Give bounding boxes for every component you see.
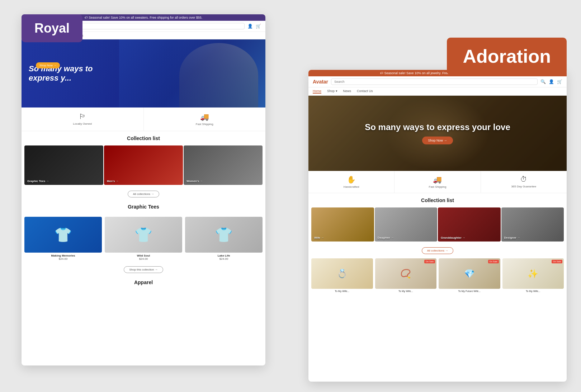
collection-item-graphic-tees[interactable]: Graphic Tees →	[24, 145, 103, 185]
tshirt-icon: 👕	[134, 226, 152, 243]
adoration-product-future-wife: On Sale 💎 To My Future Wife...	[439, 258, 500, 292]
royal-feature-locally-owned: 🏳 Locally Owned	[22, 107, 144, 131]
product-name: Lake Life	[185, 254, 263, 257]
adoration-products-grid: 💍 To My Wife... On Sale 📿 To My Wife... …	[308, 256, 567, 295]
jewelry-icon: 📿	[400, 269, 411, 279]
clock-icon: ⏱	[485, 175, 562, 183]
jewelry-icon: ✨	[528, 269, 538, 279]
product-name: To My Future Wife...	[439, 290, 500, 292]
cart-icon[interactable]: 🛒	[256, 24, 261, 29]
feature-label: Handcrafted	[313, 185, 390, 188]
royal-shop-collection: Shop this collection →	[22, 263, 265, 275]
collection-label: Wife →	[314, 236, 324, 239]
product-name: To My Wife...	[311, 290, 373, 292]
royal-feature-fast-shipping: 🚚 Fast Shipping	[144, 107, 266, 131]
collection-item-granddaughter[interactable]: Granddaughter →	[438, 207, 501, 242]
all-collections-button[interactable]: All collections →	[128, 191, 160, 197]
collection-item-mens[interactable]: Men's →	[104, 145, 183, 185]
adoration-product-wife-2: On Sale 📿 To My Wife...	[375, 258, 437, 292]
adoration-product-wife-3: On Sale ✨ To My Wife...	[502, 258, 564, 292]
collection-label: Men's →	[107, 180, 119, 183]
on-sale-badge: On Sale	[424, 260, 435, 263]
feature-label: Fast Shipping	[149, 123, 261, 126]
product-price: $24.00	[185, 257, 263, 260]
adoration-feature-guarantee: ⏱ 365 Day Guarantee	[481, 171, 567, 193]
royal-label-badge: Royal	[22, 14, 82, 42]
adoration-search-input[interactable]	[331, 78, 538, 85]
collection-label: Women's →	[186, 180, 203, 183]
adoration-card: 🏷 Seasonal sale! Save 10% on all jewelry…	[308, 70, 567, 382]
hand-icon: ✋	[313, 175, 390, 184]
nav-contact[interactable]: Contact Us	[357, 89, 373, 94]
product-image: 👕	[105, 217, 182, 253]
royal-products-grid: 👕 Making Memories $24.00 👕 Wild Soul $24…	[22, 214, 265, 263]
royal-shop-now-button[interactable]: Shop Now →	[36, 62, 60, 68]
product-card-making-memories: 👕 Making Memories $24.00	[24, 217, 102, 260]
on-sale-badge: On Sale	[552, 260, 562, 263]
royal-apparel-section: Apparel	[22, 275, 265, 290]
adoration-hero-text: So many ways to express your love	[365, 122, 510, 132]
adoration-nav: Home Shop ▾ News Contact Us	[308, 87, 567, 96]
royal-card: 🏷 Seasonal sale! Save 10% on all sweater…	[22, 14, 265, 365]
user-icon[interactable]: 👤	[549, 79, 554, 84]
collection-label: Designer →	[504, 236, 520, 239]
collection-item-daughter[interactable]: Daughter →	[375, 207, 438, 242]
jewelry-icon: 💎	[464, 269, 475, 279]
collection-label: Graphic Tees →	[27, 180, 49, 183]
royal-all-collections: All collections →	[22, 188, 265, 200]
royal-topbar-text: 🏷 Seasonal sale! Save 10% on all sweater…	[85, 16, 203, 19]
royal-hero: So many ways to express y... Shop Now →	[22, 39, 265, 107]
adoration-collection-grid: Wife → Daughter → Granddaughter → Design…	[308, 207, 567, 244]
collection-label: Granddaughter →	[441, 236, 465, 239]
cart-icon[interactable]: 🛒	[557, 79, 562, 84]
adoration-shop-now-button[interactable]: Shop Now →	[422, 137, 453, 144]
adoration-collection-title: Collection list	[308, 193, 567, 207]
royal-features: 🏳 Locally Owned 🚚 Fast Shipping	[22, 107, 265, 131]
product-name: Wild Soul	[105, 254, 182, 257]
adoration-label-badge: Adoration	[447, 38, 567, 75]
nav-home[interactable]: Home	[313, 89, 321, 94]
nav-news[interactable]: News	[343, 89, 351, 94]
adoration-all-collections: All collections →	[308, 244, 567, 256]
royal-products-section-title: Graphic Tees	[22, 200, 265, 214]
jewelry-icon: 💍	[337, 269, 348, 279]
royal-collection-grid: Graphic Tees → Men's → Women's →	[22, 145, 265, 188]
user-icon[interactable]: 👤	[247, 24, 253, 29]
wishlist-icon[interactable]: 🔍	[540, 79, 546, 84]
collection-item-wife[interactable]: Wife →	[311, 207, 374, 242]
product-card-lake-life: 👕 Lake Life $24.00	[185, 217, 263, 260]
all-collections-button[interactable]: All collections →	[422, 247, 454, 254]
feature-label: Locally Owned	[27, 122, 138, 125]
flag-icon: 🏳	[27, 113, 138, 121]
adoration-feature-fast-shipping: 🚚 Fast Shipping	[395, 171, 481, 193]
truck-icon: 🚚	[399, 175, 476, 184]
adoration-product-wife-1: 💍 To My Wife...	[311, 258, 373, 292]
feature-label: Fast Shipping	[399, 185, 476, 188]
feature-label: 365 Day Guarantee	[485, 185, 562, 188]
product-price: $24.00	[24, 257, 102, 260]
collection-item-womens[interactable]: Women's →	[184, 145, 263, 185]
product-name: Making Memories	[24, 254, 102, 257]
adoration-features: ✋ Handcrafted 🚚 Fast Shipping ⏱ 365 Day …	[308, 171, 567, 193]
adoration-hero: So many ways to express your love Shop N…	[308, 96, 567, 171]
collection-item-designer[interactable]: Designer →	[501, 207, 564, 242]
tshirt-icon: 👕	[54, 226, 72, 243]
product-name: To My Wife...	[375, 290, 437, 292]
on-sale-badge: On Sale	[488, 260, 499, 263]
main-container: 🏷 Seasonal sale! Save 10% on all sweater…	[0, 0, 581, 392]
adoration-feature-handcrafted: ✋ Handcrafted	[308, 171, 395, 193]
product-card-wild-soul: 👕 Wild Soul $24.00	[105, 217, 182, 260]
adoration-header-icons: 🔍 👤 🛒	[540, 79, 562, 84]
royal-collection-title: Collection list	[22, 131, 265, 145]
adoration-store-logo: Avatar	[313, 79, 328, 85]
product-name: To My Wife...	[502, 290, 564, 292]
nav-shop[interactable]: Shop ▾	[327, 89, 337, 94]
royal-header-icons: 👤 🛒	[247, 24, 261, 29]
product-image: 👕	[185, 217, 263, 253]
truck-icon: 🚚	[149, 113, 261, 121]
shop-collection-button[interactable]: Shop this collection →	[124, 266, 163, 273]
adoration-hero-content: So many ways to express your love Shop N…	[365, 122, 510, 144]
adoration-header: Avatar 🔍 👤 🛒	[308, 76, 567, 87]
product-image: 👕	[24, 217, 102, 253]
tshirt-icon: 👕	[215, 226, 233, 243]
